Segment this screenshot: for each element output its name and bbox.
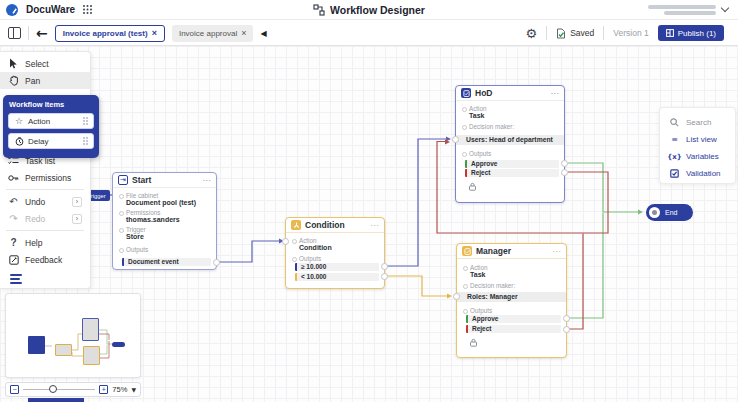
collapse-tabs-icon[interactable]: ◀ xyxy=(260,29,266,38)
node-hod[interactable]: HoD ⋯ Action Task Decision maker: Users:… xyxy=(455,85,565,203)
action-value: Task xyxy=(469,112,484,119)
output-port[interactable] xyxy=(381,263,388,270)
list-icon: ≡ xyxy=(669,135,680,144)
output-port[interactable] xyxy=(561,169,568,176)
minimap-hod-node xyxy=(82,318,99,341)
task-icon xyxy=(461,88,471,98)
redo-history-chevron[interactable]: › xyxy=(72,214,82,224)
input-port[interactable] xyxy=(453,293,460,300)
saved-check-icon xyxy=(556,28,566,39)
zoom-dropdown-icon[interactable]: ▼ xyxy=(131,386,136,393)
outputs-label: Outputs xyxy=(126,246,148,253)
output-reject[interactable]: Reject xyxy=(465,169,559,177)
tools-panel: Select Pan Task list Permissions xyxy=(0,51,91,289)
drag-handle-icon[interactable] xyxy=(83,117,88,125)
workflow-canvas[interactable]: Trigger ⇥ Start ⋯ File cabinet Document … xyxy=(0,46,738,402)
tool-help[interactable]: ? Help xyxy=(0,234,90,251)
output-port[interactable] xyxy=(563,315,570,322)
input-port[interactable] xyxy=(282,238,289,245)
canvas-side-panel: Search ≡ List view {x} Variables Validat… xyxy=(659,107,736,184)
taskbar-sliver xyxy=(28,398,84,402)
input-port[interactable] xyxy=(452,136,459,143)
output-reject[interactable]: Reject xyxy=(466,325,561,333)
node-title: Condition xyxy=(305,220,367,230)
hand-icon xyxy=(8,75,19,86)
tool-feedback[interactable]: Feedback xyxy=(0,251,90,268)
zoom-slider[interactable] xyxy=(23,389,95,390)
publish-button[interactable]: Publish (1) xyxy=(658,25,724,41)
output-port[interactable] xyxy=(213,259,220,266)
lock-icon xyxy=(468,182,477,191)
assignee-bar[interactable]: Users: Head of department xyxy=(456,135,564,145)
help-icon: ? xyxy=(8,237,19,248)
tool-undo[interactable]: ↶ Undo › xyxy=(0,193,90,210)
node-condition[interactable]: Condition ⋯ Action Condition Outputs ≥ 1… xyxy=(285,217,385,289)
output-gte-10000[interactable]: ≥ 10.000 xyxy=(295,263,379,271)
tool-redo[interactable]: ↷ Redo › xyxy=(0,210,90,227)
apps-grid-icon[interactable] xyxy=(83,5,92,14)
decision-maker-label: Decision maker: xyxy=(469,123,514,130)
tool-label: Permissions xyxy=(25,173,71,183)
node-menu-icon[interactable]: ⋯ xyxy=(553,247,562,256)
gear-icon[interactable]: ⚙ xyxy=(526,27,538,40)
field-value: thomas.sanders xyxy=(126,216,180,223)
close-tab-icon[interactable]: × xyxy=(241,28,246,38)
panel-item-label: List view xyxy=(686,135,717,144)
drag-handle-icon[interactable] xyxy=(83,137,88,145)
node-end[interactable]: End xyxy=(646,204,693,221)
minimap-end-node xyxy=(112,342,125,347)
outputs-label: Outputs xyxy=(299,255,321,262)
version-label[interactable]: Version 1 xyxy=(613,28,648,38)
zoom-out-button[interactable]: − xyxy=(10,385,19,394)
designer-toolbar: ← Invoice approval (test) × Invoice appr… xyxy=(0,21,738,46)
user-menu[interactable] xyxy=(508,5,738,15)
close-tab-icon[interactable]: × xyxy=(152,28,157,38)
action-value: Task xyxy=(470,271,485,278)
tool-pan[interactable]: Pan xyxy=(0,72,90,89)
tab-invoice-approval[interactable]: Invoice approval × xyxy=(172,25,254,42)
assignee-bar[interactable]: Roles: Manager xyxy=(457,292,566,302)
field-value: Document pool (test) xyxy=(126,199,196,206)
tool-select[interactable]: Select xyxy=(0,55,90,72)
tool-label: Select xyxy=(25,59,49,69)
search-button[interactable]: Search xyxy=(669,114,735,131)
validation-button[interactable]: Validation xyxy=(669,165,735,182)
task-icon xyxy=(462,246,472,256)
tool-permissions[interactable]: Permissions xyxy=(0,169,90,186)
end-icon xyxy=(649,207,660,218)
minimap[interactable] xyxy=(5,293,141,378)
output-document-event[interactable]: Document event xyxy=(122,258,211,266)
layout-panel-icon[interactable] xyxy=(8,27,21,39)
back-arrow-button[interactable]: ← xyxy=(36,26,48,40)
variables-button[interactable]: {x} Variables xyxy=(669,148,735,165)
menu-hamburger-icon[interactable] xyxy=(10,274,22,284)
list-view-button[interactable]: ≡ List view xyxy=(669,131,735,148)
node-start[interactable]: ⇥ Start ⋯ File cabinet Document pool (te… xyxy=(112,172,217,270)
validation-icon xyxy=(669,169,680,178)
saved-status: Saved xyxy=(556,28,594,39)
output-approve[interactable]: Approve xyxy=(466,315,561,323)
workflow-items-title: Workflow Items xyxy=(9,100,94,109)
workflow-item-delay[interactable]: Delay xyxy=(8,133,94,149)
node-manager[interactable]: Manager ⋯ Action Task Decision maker: Ro… xyxy=(456,243,567,358)
node-menu-icon[interactable]: ⋯ xyxy=(551,89,560,98)
output-port[interactable] xyxy=(561,160,568,167)
output-port[interactable] xyxy=(563,326,570,333)
zoom-in-button[interactable]: + xyxy=(99,385,108,394)
action-label: Action xyxy=(299,237,317,244)
start-icon: ⇥ xyxy=(118,175,128,185)
output-port[interactable] xyxy=(381,273,388,280)
undo-history-chevron[interactable]: › xyxy=(72,197,82,207)
node-title: Manager xyxy=(476,246,549,256)
tool-label: Undo xyxy=(25,197,45,207)
publish-icon xyxy=(666,29,674,37)
output-lt-10000[interactable]: < 10.000 xyxy=(295,273,379,281)
output-approve[interactable]: Approve xyxy=(465,160,559,168)
tab-invoice-approval-test[interactable]: Invoice approval (test) × xyxy=(55,25,165,42)
zoom-slider-handle[interactable] xyxy=(49,385,57,393)
node-title: HoD xyxy=(475,88,547,98)
node-menu-icon[interactable]: ⋯ xyxy=(371,221,380,230)
workflow-item-action[interactable]: ☆ Action xyxy=(8,113,94,129)
node-menu-icon[interactable]: ⋯ xyxy=(203,176,212,185)
lock-icon xyxy=(469,338,478,347)
